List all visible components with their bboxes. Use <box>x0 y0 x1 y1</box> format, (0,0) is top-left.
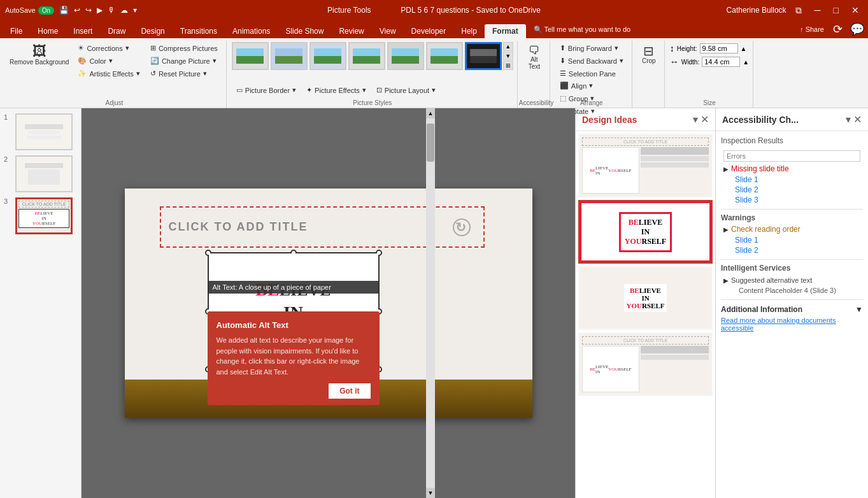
picture-border-button[interactable]: ▭ Picture Border ▾ <box>232 84 301 96</box>
tab-home[interactable]: Home <box>30 24 66 38</box>
slide-img-3[interactable]: CLICK TO ADD TITLE BELIEVE IN YOURSELF <box>15 197 73 234</box>
comments-button[interactable]: 💬 <box>846 20 868 39</box>
auto-alt-popup[interactable]: Automatic Alt Text We added alt text to … <box>208 311 380 405</box>
tab-format[interactable]: Format <box>485 24 526 38</box>
design-ideas-scroll[interactable]: CLICK TO ADD TITLE BELIEVEINYOURSELF <box>576 131 715 498</box>
reset-dropdown[interactable]: ▾ <box>203 69 207 78</box>
scroll-track[interactable] <box>426 118 435 488</box>
gallery-item-3[interactable] <box>309 42 346 70</box>
width-spinner-up[interactable]: ▲ <box>743 59 749 66</box>
acc-collapse[interactable]: ▾ <box>846 113 851 125</box>
additional-info-toggle[interactable]: Additional Information ▼ <box>721 305 863 314</box>
minimize-button[interactable]: ─ <box>811 4 825 17</box>
error-slide1[interactable]: Slide 1 <box>731 174 863 185</box>
slide-thumb-3[interactable]: 3 CLICK TO ADD TITLE BELIEVE IN YOURSELF <box>4 197 77 234</box>
align-button[interactable]: ⬛ Align ▾ <box>555 80 599 92</box>
share-button[interactable]: ↑ Share <box>795 23 829 36</box>
layout-dropdown[interactable]: ▾ <box>432 86 436 94</box>
scroll-thumb[interactable] <box>427 124 434 162</box>
redo-icon[interactable]: ↪ <box>85 6 92 15</box>
check-reading-toggle[interactable]: ▶ Check reading order <box>721 224 863 235</box>
design-ideas-collapse[interactable]: ▾ <box>693 113 698 125</box>
alt-text-button[interactable]: 🗨 AltText <box>523 42 546 73</box>
rotate-dropdown[interactable]: ▾ <box>591 107 595 115</box>
tab-design[interactable]: Design <box>133 24 172 38</box>
content-placeholder-item[interactable]: Content Placeholder 4 (Slide 3) <box>739 285 863 295</box>
history-button[interactable]: ⟳ <box>829 20 846 39</box>
slide-img-2[interactable] <box>15 155 73 192</box>
picture-layout-button[interactable]: ⊡ Picture Layout ▾ <box>372 84 440 96</box>
change-picture-button[interactable]: 🔄 Change Picture ▾ <box>146 55 222 67</box>
rotate-handle[interactable]: ↻ <box>453 218 471 236</box>
reset-picture-button[interactable]: ↺ Reset Picture ▾ <box>146 68 222 80</box>
slide-thumb-1[interactable]: 1 <box>4 113 77 150</box>
tab-help[interactable]: Help <box>453 24 485 38</box>
warn-slide1[interactable]: Slide 1 <box>731 235 863 245</box>
selection-pane-button[interactable]: ☰ Selection Pane <box>555 68 628 80</box>
slide-img-1[interactable] <box>15 113 73 150</box>
error-slide3[interactable]: Slide 3 <box>731 195 863 205</box>
maximize-button[interactable]: □ <box>830 4 843 17</box>
design-ideas-close[interactable]: ✕ <box>701 113 709 125</box>
scroll-up-button[interactable]: ▲ <box>426 108 435 118</box>
gallery-item-4[interactable] <box>348 42 385 70</box>
gallery-scroll-up[interactable]: ▲ <box>503 42 513 51</box>
scroll-down-button[interactable]: ▼ <box>426 488 435 498</box>
slide-thumb-2[interactable]: 2 <box>4 155 77 192</box>
design-idea-3[interactable]: BELIEVE IN YOURSELF <box>578 266 713 330</box>
send-backward-button[interactable]: ⬇ Send Backward ▾ <box>555 55 628 67</box>
remove-background-button[interactable]: 🖼 Remove Background <box>6 42 72 68</box>
design-idea-4[interactable]: CLICK TO ADD TITLE BELIEVEINYOURSELF <box>578 332 713 396</box>
artistic-effects-button[interactable]: ✨ Artistic Effects ▾ <box>73 68 144 80</box>
save2-icon[interactable]: ☁ <box>120 6 128 15</box>
tab-animations[interactable]: Animations <box>225 24 278 38</box>
design-idea-2[interactable]: BELIEVE IN YOURSELF <box>578 200 713 264</box>
errors-search[interactable] <box>723 150 860 162</box>
save-icon[interactable]: 💾 <box>59 6 69 15</box>
design-idea-1[interactable]: CLICK TO ADD TITLE BELIEVEINYOURSELF <box>578 134 713 197</box>
got-it-button[interactable]: Got it <box>329 383 370 399</box>
present-icon[interactable]: ▶ <box>97 6 103 15</box>
tab-developer[interactable]: Developer <box>404 24 454 38</box>
error-slide2[interactable]: Slide 2 <box>731 185 863 195</box>
tab-file[interactable]: File <box>3 24 30 38</box>
tab-slideshow[interactable]: Slide Show <box>278 24 331 38</box>
height-spinner-up[interactable]: ▲ <box>741 45 747 52</box>
gallery-item-5[interactable] <box>387 42 424 70</box>
tab-view[interactable]: View <box>372 24 404 38</box>
slide-canvas[interactable]: CLICK TO ADD TITLE ↻ BELIEVE IN <box>125 189 532 418</box>
acc-close[interactable]: ✕ <box>853 113 862 125</box>
missing-title-toggle[interactable]: ▶ Missing slide title <box>721 163 863 174</box>
compress-button[interactable]: ⊞ Compress Pictures <box>146 42 222 54</box>
gallery-scroll-down[interactable]: ▼ <box>503 52 513 60</box>
tab-review[interactable]: Review <box>331 24 371 38</box>
tab-draw[interactable]: Draw <box>100 24 133 38</box>
audio-icon[interactable]: 🎙 <box>108 6 115 15</box>
bring-forward-dropdown[interactable]: ▾ <box>615 44 618 52</box>
send-backward-dropdown[interactable]: ▾ <box>620 57 623 65</box>
border-dropdown[interactable]: ▾ <box>292 86 296 94</box>
change-pic-dropdown[interactable]: ▾ <box>213 57 217 65</box>
gallery-item-2[interactable] <box>271 42 308 70</box>
artistic-dropdown[interactable]: ▾ <box>136 69 140 78</box>
color-button[interactable]: 🎨 Color ▾ <box>73 55 144 67</box>
effects-dropdown[interactable]: ▾ <box>362 86 366 94</box>
color-dropdown[interactable]: ▾ <box>109 57 113 65</box>
height-input[interactable] <box>700 43 738 53</box>
corrections-dropdown[interactable]: ▾ <box>125 44 129 52</box>
suggested-alt-toggle[interactable]: ▶ Suggested alternative text <box>721 275 863 285</box>
title-placeholder[interactable]: CLICK TO ADD TITLE ↻ <box>160 206 485 248</box>
tab-insert[interactable]: Insert <box>66 24 100 38</box>
gallery-item-7[interactable] <box>465 42 502 70</box>
align-dropdown[interactable]: ▾ <box>589 82 593 90</box>
canvas-scrollbar[interactable]: ▲ ▼ <box>426 108 435 498</box>
crop-button[interactable]: ⊟ Crop <box>637 42 660 67</box>
autosave-toggle[interactable]: On <box>38 6 54 15</box>
restore-button[interactable]: ⧉ <box>792 4 806 17</box>
width-input[interactable] <box>702 57 740 67</box>
bring-forward-button[interactable]: ⬆ Bring Forward ▾ <box>555 42 628 54</box>
tell-me-input[interactable]: 🔍 Tell me what you want to do <box>529 23 636 36</box>
customize-icon[interactable]: ▾ <box>133 6 137 15</box>
picture-effects-button[interactable]: ✦ Picture Effects ▾ <box>302 84 371 96</box>
read-more-link[interactable]: Read more about making documents accessi… <box>721 317 863 332</box>
